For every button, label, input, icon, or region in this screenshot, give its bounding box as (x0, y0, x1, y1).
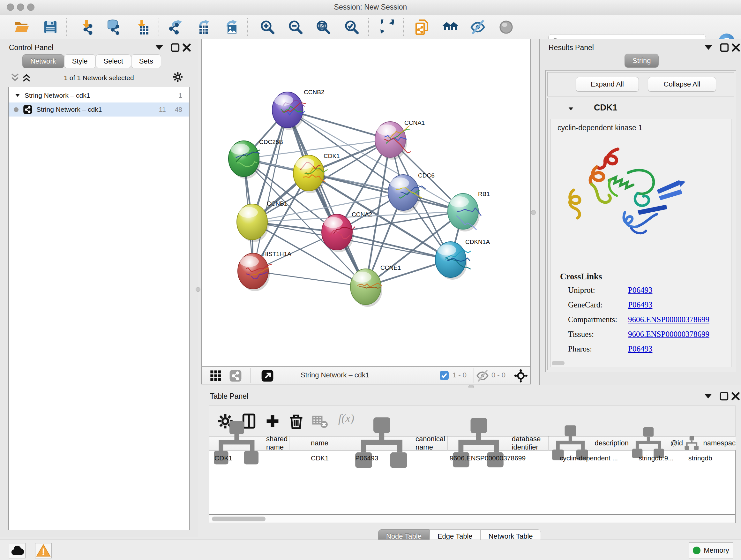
refresh-icon[interactable] (380, 19, 395, 35)
open-in-string-icon[interactable] (261, 369, 274, 382)
column-header-database-identifier[interactable]: database identifier (448, 436, 549, 450)
crosslink-link[interactable]: P06493 (628, 345, 652, 354)
expand-collapse-box: Expand All Collapse All (547, 72, 734, 97)
vertical-splitter-handle[interactable] (196, 287, 200, 292)
node-label-RB1: RB1 (478, 191, 490, 197)
zoom-fit-button[interactable] (316, 19, 331, 35)
zoom-selected-button[interactable] (344, 19, 359, 35)
table-cell[interactable]: stringdb:9... (629, 451, 683, 465)
network-edge[interactable] (253, 110, 287, 271)
network-row-selected[interactable]: String Network – cdk1 11 48 (9, 103, 189, 117)
fit-selected-icon[interactable] (514, 369, 528, 383)
results-scrollbar-thumb[interactable] (552, 361, 564, 365)
create-column-icon[interactable] (264, 413, 281, 429)
share-document-button[interactable] (414, 19, 429, 35)
panel-menu-icon[interactable] (703, 391, 714, 401)
vertical-splitter-handle[interactable] (531, 210, 536, 215)
scrollbar-thumb[interactable] (212, 516, 266, 521)
float-panel-icon[interactable] (719, 42, 730, 53)
network-node-CDKN1A[interactable] (435, 242, 471, 277)
crosslink-link[interactable]: 9606.ENSP00000378699 (628, 330, 710, 339)
column-header-name[interactable]: name (289, 436, 350, 450)
show-graphics-details-button[interactable] (498, 19, 514, 35)
application-window: Session: New Session ? Control Panel (0, 0, 741, 560)
node-label-CCNB1: CCNB1 (267, 200, 287, 207)
import-table-button[interactable] (134, 19, 149, 35)
column-header-description[interactable]: description (549, 436, 629, 450)
column-header-shared-name[interactable]: shared name (209, 436, 289, 450)
node-label-CCNA1: CCNA1 (404, 119, 425, 126)
close-panel-icon[interactable] (181, 42, 192, 53)
section-expander-icon[interactable] (567, 105, 575, 112)
float-panel-icon[interactable] (170, 42, 181, 53)
node-label-CDK1: CDK1 (324, 152, 340, 159)
import-network-button[interactable] (79, 19, 94, 35)
warnings-icon[interactable] (35, 543, 52, 558)
save-session-button[interactable] (43, 19, 58, 35)
column-header-id[interactable]: @id (629, 436, 683, 450)
open-session-button[interactable] (14, 19, 29, 35)
table-horizontal-scrollbar[interactable] (209, 515, 736, 523)
control-panel-tabs: NetworkStyleSelectSets (22, 54, 161, 68)
import-network-from-database-button[interactable] (106, 19, 121, 35)
network-collection-row[interactable]: String Network – cdk1 1 (9, 88, 189, 103)
cloud-status-icon[interactable] (9, 543, 25, 558)
network-node-CCNA1[interactable] (375, 122, 411, 158)
table-cell[interactable]: CDK1 (209, 451, 289, 465)
expand-all-icon[interactable] (21, 72, 32, 83)
delete-column-icon[interactable] (288, 413, 305, 429)
crosslink-link[interactable]: P06493 (628, 286, 652, 295)
memory-button[interactable]: Memory (689, 543, 733, 558)
table-cell[interactable]: P06493 (350, 451, 448, 465)
zoom-out-button[interactable] (288, 19, 303, 35)
table-cell[interactable]: CDK1 (289, 451, 350, 465)
expand-all-button[interactable]: Expand All (576, 77, 639, 91)
network-edge[interactable] (309, 173, 463, 211)
hidden-elements-icon[interactable] (476, 369, 489, 382)
network-edge[interactable] (253, 271, 366, 287)
collapse-all-icon[interactable] (10, 72, 20, 83)
close-panel-icon[interactable] (731, 42, 741, 53)
float-panel-icon[interactable] (719, 391, 730, 401)
panel-menu-icon[interactable] (703, 42, 714, 53)
node-gloss (295, 158, 314, 169)
export-image-button[interactable] (223, 19, 239, 35)
gene-name: CDK1 (594, 103, 617, 113)
zoom-in-button[interactable] (260, 19, 275, 35)
tab-style[interactable]: Style (64, 54, 96, 68)
node-gloss (450, 196, 469, 207)
column-header-canonical-name[interactable]: canonical name (350, 436, 448, 450)
tab-string[interactable]: String (624, 54, 659, 68)
selected-nodes-checkbox[interactable] (439, 370, 449, 381)
home-networks-button[interactable] (443, 19, 458, 35)
control-panel-title: Control Panel (9, 44, 53, 52)
collection-expander-icon[interactable] (14, 92, 21, 99)
node-gloss (352, 272, 372, 283)
network-node-CDC6[interactable] (388, 175, 425, 210)
panel-menu-icon[interactable] (154, 42, 165, 53)
crosslink-link[interactable]: P06493 (628, 300, 652, 309)
network-node-CCNB1[interactable] (237, 204, 267, 240)
close-panel-icon[interactable] (730, 391, 741, 401)
collapse-all-button[interactable]: Collapse All (648, 77, 716, 91)
crosslink-link[interactable]: 9606.ENSP00000378699 (628, 315, 710, 324)
export-network-button[interactable] (168, 19, 184, 35)
toolbar-separator (247, 18, 248, 36)
table-cell[interactable]: stringdb (683, 451, 736, 465)
network-edge[interactable] (287, 110, 366, 287)
hide-graphics-details-button[interactable] (470, 19, 485, 35)
tab-sets[interactable]: Sets (131, 54, 161, 68)
network-graph[interactable]: CCNB2CCNA1CDC25BCDK1CDC6RB1CCNB1CCNA2CDK… (202, 39, 530, 366)
network-overview-icon[interactable] (229, 369, 242, 382)
tab-select[interactable]: Select (96, 54, 131, 68)
network-list: String Network – cdk1 1 String Network –… (8, 87, 190, 530)
export-table-button[interactable] (196, 19, 211, 35)
column-header-namespace[interactable]: namespac (683, 436, 736, 450)
table-cell[interactable]: cyclin-dependent ... (549, 451, 629, 465)
gear-icon[interactable] (172, 71, 183, 82)
table-cell[interactable]: 9606.ENSP00000378699 (448, 451, 549, 465)
current-network-dot (14, 107, 18, 112)
birdseye-grid-icon[interactable] (209, 369, 222, 382)
network-view[interactable]: CCNB2CCNA1CDC25BCDK1CDC6RB1CCNB1CCNA2CDK… (201, 39, 531, 367)
tab-network[interactable]: Network (22, 54, 64, 68)
